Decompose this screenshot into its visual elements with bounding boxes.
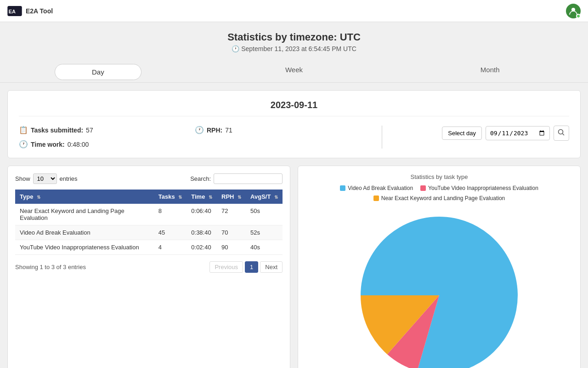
search-date-button[interactable] xyxy=(554,126,569,141)
date-picker[interactable] xyxy=(486,126,550,140)
table-body: Near Exact Keyword and Landing Page Eval… xyxy=(15,204,283,255)
time-work-stat: 🕐 Time work: 0:48:00 xyxy=(19,140,195,149)
col-time[interactable]: Time ⇅ xyxy=(187,190,217,204)
svg-line-4 xyxy=(563,134,565,136)
table-controls: Show 10 25 50 100 entries Search: xyxy=(15,173,283,184)
stats-middle: 🕐 RPH: 71 xyxy=(195,126,371,134)
table-header-row: Type ⇅ Tasks ⇅ Time ⇅ RPH ⇅ AvgS/T ⇅ xyxy=(15,190,283,204)
page-title: Statistics by timezone: UTC xyxy=(0,31,588,43)
rph-stat: 🕐 RPH: 71 xyxy=(195,126,371,134)
page-header: Statistics by timezone: UTC 🕐 September … xyxy=(0,22,588,57)
entries-label: entries xyxy=(60,175,78,182)
cell-avgst: 52s xyxy=(246,225,283,240)
entries-select[interactable]: 10 25 50 100 xyxy=(33,173,57,184)
next-page-button[interactable]: Next xyxy=(260,261,283,273)
user-online-indicator xyxy=(576,14,581,18)
legend-dot xyxy=(373,196,379,201)
cell-type: Near Exact Keyword and Landing Page Eval… xyxy=(15,204,154,225)
pie-chart-container xyxy=(352,208,526,368)
cell-rph: 90 xyxy=(217,240,246,255)
time-work-label: Time work: xyxy=(31,141,65,148)
page-1-button[interactable]: 1 xyxy=(245,261,258,273)
date-display: 2023-09-11 xyxy=(19,100,569,116)
cell-tasks: 8 xyxy=(154,204,187,225)
top-nav: EA E2A Tool xyxy=(0,0,588,22)
time-work-icon: 🕐 xyxy=(19,140,28,149)
search-input[interactable] xyxy=(214,173,283,184)
table-card: Show 10 25 50 100 entries Search: Type ⇅… xyxy=(7,166,290,368)
rph-label: RPH: xyxy=(207,126,222,134)
cell-type: YouTube Video Inappropriateness Evaluati… xyxy=(15,240,154,255)
show-entries-control: Show 10 25 50 100 entries xyxy=(15,173,78,184)
svg-point-3 xyxy=(559,130,563,134)
cell-time: 0:38:40 xyxy=(187,225,217,240)
stats-right: Select day xyxy=(393,126,569,141)
data-table: Type ⇅ Tasks ⇅ Time ⇅ RPH ⇅ AvgS/T ⇅ Nea… xyxy=(15,190,283,255)
select-day-button[interactable]: Select day xyxy=(442,126,482,140)
tabs-container: Day Week Month xyxy=(0,57,588,83)
tab-week[interactable]: Week xyxy=(248,62,340,78)
legend-item: Video Ad Break Evaluation xyxy=(340,185,413,191)
tasks-submitted-stat: 📋 Tasks submitted: 57 xyxy=(19,126,195,134)
cell-avgst: 50s xyxy=(246,204,283,225)
date-section: 2023-09-11 📋 Tasks submitted: 57 🕐 Time … xyxy=(7,90,581,158)
app-name: E2A Tool xyxy=(26,7,53,15)
legend-label: Near Exact Keyword and Landing Page Eval… xyxy=(381,195,505,201)
col-tasks[interactable]: Tasks ⇅ xyxy=(154,190,187,204)
tasks-submitted-label: Tasks submitted: xyxy=(31,126,83,134)
cell-rph: 72 xyxy=(217,204,246,225)
pie-chart xyxy=(352,208,526,368)
cell-tasks: 45 xyxy=(154,225,187,240)
search-label: Search: xyxy=(190,175,211,182)
stats-left: 📋 Tasks submitted: 57 🕐 Time work: 0:48:… xyxy=(19,126,195,149)
cell-time: 0:02:40 xyxy=(187,240,217,255)
legend-label: YouTube Video Inappropriateness Evaluati… xyxy=(428,185,538,191)
stats-divider xyxy=(382,126,382,149)
time-work-value: 0:48:00 xyxy=(68,141,89,148)
clock-icon: 🕐 xyxy=(232,45,239,52)
page-buttons: Previous 1 Next xyxy=(209,261,283,273)
table-row: Video Ad Break Evaluation 45 0:38:40 70 … xyxy=(15,225,283,240)
legend-dot xyxy=(420,185,426,191)
rph-icon: 🕐 xyxy=(195,126,204,134)
col-avgst[interactable]: AvgS/T ⇅ xyxy=(246,190,283,204)
cell-time: 0:06:40 xyxy=(187,204,217,225)
user-menu[interactable] xyxy=(566,4,581,18)
search-icon xyxy=(558,129,565,136)
table-row: Near Exact Keyword and Landing Page Eval… xyxy=(15,204,283,225)
col-rph[interactable]: RPH ⇅ xyxy=(217,190,246,204)
pagination: Showing 1 to 3 of 3 entries Previous 1 N… xyxy=(15,261,283,273)
chart-card: Statistics by task type Video Ad Break E… xyxy=(298,166,581,368)
tab-day[interactable]: Day xyxy=(55,64,141,80)
page-subtitle-text: September 11, 2023 at 6:54:45 PM UTC xyxy=(241,45,356,52)
cell-rph: 70 xyxy=(217,225,246,240)
chart-title: Statistics by task type xyxy=(411,173,468,180)
rph-value: 71 xyxy=(225,126,232,134)
stats-row: 📋 Tasks submitted: 57 🕐 Time work: 0:48:… xyxy=(19,126,569,149)
two-col-layout: Show 10 25 50 100 entries Search: Type ⇅… xyxy=(7,166,581,368)
tasks-icon: 📋 xyxy=(19,126,28,134)
pagination-info: Showing 1 to 3 of 3 entries xyxy=(15,264,86,270)
user-avatar[interactable] xyxy=(566,4,581,18)
cell-avgst: 40s xyxy=(246,240,283,255)
prev-page-button[interactable]: Previous xyxy=(209,261,243,273)
tab-month[interactable]: Month xyxy=(443,62,537,78)
svg-text:EA: EA xyxy=(9,8,16,14)
col-type[interactable]: Type ⇅ xyxy=(15,190,154,204)
cell-tasks: 4 xyxy=(154,240,187,255)
legend-item: Near Exact Keyword and Landing Page Eval… xyxy=(373,195,505,201)
legend-item: YouTube Video Inappropriateness Evaluati… xyxy=(420,185,538,191)
ea-logo-icon: EA xyxy=(7,6,22,16)
logo-area: EA E2A Tool xyxy=(7,6,53,16)
search-area: Search: xyxy=(190,173,283,184)
page-subtitle: 🕐 September 11, 2023 at 6:54:45 PM UTC xyxy=(0,45,588,52)
show-label: Show xyxy=(15,175,30,182)
tasks-submitted-value: 57 xyxy=(86,126,93,134)
cell-type: Video Ad Break Evaluation xyxy=(15,225,154,240)
legend-dot xyxy=(340,185,345,191)
table-row: YouTube Video Inappropriateness Evaluati… xyxy=(15,240,283,255)
chart-legend: Video Ad Break EvaluationYouTube Video I… xyxy=(305,185,573,201)
legend-label: Video Ad Break Evaluation xyxy=(348,185,413,191)
